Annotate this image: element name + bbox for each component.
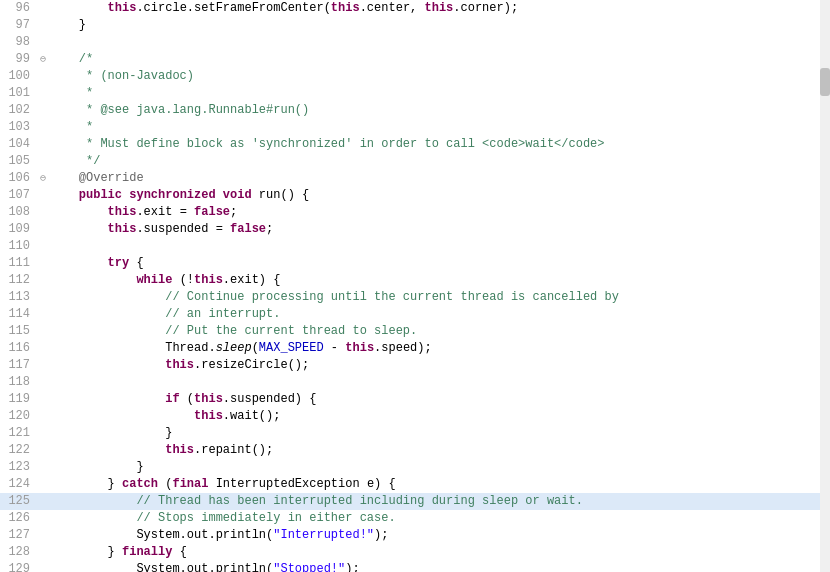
fold-indicator xyxy=(36,153,50,170)
fold-indicator xyxy=(36,221,50,238)
line-content: // Continue processing until the current… xyxy=(50,289,820,306)
line-content: this.circle.setFrameFromCenter(this.cent… xyxy=(50,0,820,17)
line-content: this.exit = false; xyxy=(50,204,820,221)
line-number: 121 xyxy=(0,425,36,442)
line-content: // Thread has been interrupted including… xyxy=(50,493,820,510)
line-number: 115 xyxy=(0,323,36,340)
line-content: Thread.sleep(MAX_SPEED - this.speed); xyxy=(50,340,820,357)
line-content: System.out.println("Interrupted!"); xyxy=(50,527,820,544)
code-editor: 96 this.circle.setFrameFromCenter(this.c… xyxy=(0,0,830,572)
line-number: 127 xyxy=(0,527,36,544)
line-number: 128 xyxy=(0,544,36,561)
fold-indicator[interactable]: ⊖ xyxy=(36,170,50,187)
line-content: } xyxy=(50,459,820,476)
fold-indicator xyxy=(36,187,50,204)
line-content: * (non-Javadoc) xyxy=(50,68,820,85)
line-content: this.resizeCircle(); xyxy=(50,357,820,374)
line-number: 99 xyxy=(0,51,36,68)
table-row: 108 this.exit = false; xyxy=(0,204,820,221)
line-number: 105 xyxy=(0,153,36,170)
fold-indicator xyxy=(36,238,50,255)
line-number: 112 xyxy=(0,272,36,289)
line-number: 106 xyxy=(0,170,36,187)
table-row: 123 } xyxy=(0,459,820,476)
fold-indicator xyxy=(36,425,50,442)
line-number: 129 xyxy=(0,561,36,572)
fold-indicator xyxy=(36,68,50,85)
fold-indicator xyxy=(36,442,50,459)
line-number: 107 xyxy=(0,187,36,204)
table-row: 128 } finally { xyxy=(0,544,820,561)
fold-indicator xyxy=(36,85,50,102)
line-number: 119 xyxy=(0,391,36,408)
line-number: 114 xyxy=(0,306,36,323)
line-number: 97 xyxy=(0,17,36,34)
line-number: 125 xyxy=(0,493,36,510)
table-row: 102 * @see java.lang.Runnable#run() xyxy=(0,102,820,119)
line-number: 123 xyxy=(0,459,36,476)
line-content: // an interrupt. xyxy=(50,306,820,323)
line-content: this.wait(); xyxy=(50,408,820,425)
scrollbar-thumb[interactable] xyxy=(820,68,830,96)
table-row: 124 } catch (final InterruptedException … xyxy=(0,476,820,493)
line-number: 104 xyxy=(0,136,36,153)
table-row: 106⊖ @Override xyxy=(0,170,820,187)
line-number: 124 xyxy=(0,476,36,493)
table-row: 119 if (this.suspended) { xyxy=(0,391,820,408)
line-content: /* xyxy=(50,51,820,68)
table-row: 127 System.out.println("Interrupted!"); xyxy=(0,527,820,544)
fold-indicator xyxy=(36,34,50,51)
fold-indicator xyxy=(36,561,50,572)
fold-indicator xyxy=(36,255,50,272)
table-row: 96 this.circle.setFrameFromCenter(this.c… xyxy=(0,0,820,17)
line-number: 122 xyxy=(0,442,36,459)
table-row: 109 this.suspended = false; xyxy=(0,221,820,238)
line-number: 108 xyxy=(0,204,36,221)
line-number: 102 xyxy=(0,102,36,119)
fold-indicator xyxy=(36,272,50,289)
table-row: 101 * xyxy=(0,85,820,102)
fold-indicator xyxy=(36,0,50,17)
line-number: 118 xyxy=(0,374,36,391)
table-row: 114 // an interrupt. xyxy=(0,306,820,323)
fold-indicator xyxy=(36,357,50,374)
table-row: 125 // Thread has been interrupted inclu… xyxy=(0,493,820,510)
line-content: * xyxy=(50,119,820,136)
line-number: 101 xyxy=(0,85,36,102)
line-content: * xyxy=(50,85,820,102)
line-number: 117 xyxy=(0,357,36,374)
fold-indicator xyxy=(36,289,50,306)
fold-indicator xyxy=(36,374,50,391)
fold-indicator xyxy=(36,459,50,476)
fold-indicator xyxy=(36,408,50,425)
line-number: 116 xyxy=(0,340,36,357)
line-number: 113 xyxy=(0,289,36,306)
line-content: public synchronized void run() { xyxy=(50,187,820,204)
table-row: 98 xyxy=(0,34,820,51)
line-number: 111 xyxy=(0,255,36,272)
table-row: 104 * Must define block as 'synchronized… xyxy=(0,136,820,153)
table-row: 121 } xyxy=(0,425,820,442)
fold-indicator xyxy=(36,323,50,340)
line-content: } catch (final InterruptedException e) { xyxy=(50,476,820,493)
table-row: 107 public synchronized void run() { xyxy=(0,187,820,204)
fold-indicator xyxy=(36,544,50,561)
table-row: 129 System.out.println("Stopped!"); xyxy=(0,561,820,572)
table-row: 117 this.resizeCircle(); xyxy=(0,357,820,374)
table-row: 122 this.repaint(); xyxy=(0,442,820,459)
line-number: 110 xyxy=(0,238,36,255)
fold-indicator xyxy=(36,476,50,493)
table-row: 100 * (non-Javadoc) xyxy=(0,68,820,85)
line-content: @Override xyxy=(50,170,820,187)
table-row: 126 // Stops immediately in either case. xyxy=(0,510,820,527)
fold-indicator xyxy=(36,204,50,221)
fold-indicator[interactable]: ⊖ xyxy=(36,51,50,68)
table-row: 118 xyxy=(0,374,820,391)
line-content: // Put the current thread to sleep. xyxy=(50,323,820,340)
table-row: 110 xyxy=(0,238,820,255)
fold-indicator xyxy=(36,119,50,136)
line-number: 96 xyxy=(0,0,36,17)
vertical-scrollbar[interactable] xyxy=(820,0,830,572)
line-content: if (this.suspended) { xyxy=(50,391,820,408)
fold-indicator xyxy=(36,391,50,408)
